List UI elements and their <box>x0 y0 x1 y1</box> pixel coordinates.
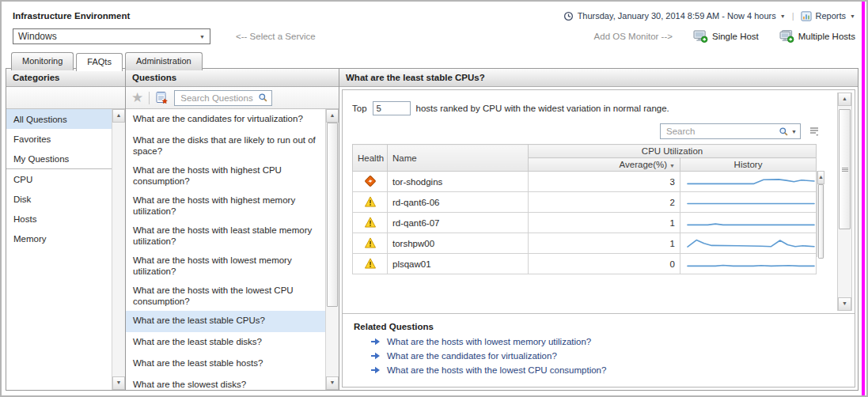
single-host-button[interactable]: Single Host <box>693 30 759 43</box>
questions-scrollbar[interactable]: ▲ ▼ <box>325 109 339 390</box>
table-search-input[interactable] <box>665 126 776 137</box>
faq-table-wrap: Health Name CPU Utilization Average(%)▼ … <box>352 144 820 274</box>
host-name-cell: rd-qant6-06 <box>388 192 529 213</box>
chevron-down-icon[interactable]: ▼ <box>791 129 797 134</box>
multiple-hosts-button[interactable]: Multiple Hosts <box>779 30 855 43</box>
table-row[interactable]: tor-shodgins3 <box>353 172 817 192</box>
related-question-link[interactable]: What are the hosts with lowest memory ut… <box>371 337 843 346</box>
top-bar: Infrastructure Environment Thursday, Jan… <box>2 2 866 49</box>
scroll-up-icon[interactable]: ▲ <box>326 109 339 123</box>
scroll-down-icon[interactable]: ▼ <box>326 376 339 390</box>
col-header-cpu-utilization: CPU Utilization <box>529 145 817 158</box>
question-item[interactable]: What are the least stable CPUs? <box>126 311 325 332</box>
arrow-right-icon <box>371 366 381 374</box>
tab-administration[interactable]: Administration <box>125 52 203 70</box>
scroll-up-icon[interactable]: ▲ <box>838 93 851 106</box>
timeframe-clock-icon <box>563 11 574 21</box>
col-header-history[interactable]: History <box>680 158 817 172</box>
tab-monitoring[interactable]: Monitoring <box>11 52 74 70</box>
search-icon[interactable] <box>258 93 268 103</box>
faq-title: What are the least stable CPUs? <box>339 69 858 87</box>
screen-edge-stripe <box>862 2 865 395</box>
app-window: Infrastructure Environment Thursday, Jan… <box>0 0 868 397</box>
favorite-star-icon[interactable]: ★ <box>131 92 143 104</box>
main-content: Categories All QuestionsFavoritesMy Ques… <box>6 68 859 391</box>
sort-desc-icon: ▼ <box>669 163 675 168</box>
faq-table: Health Name CPU Utilization Average(%)▼ … <box>352 144 817 274</box>
search-icon[interactable] <box>779 127 789 137</box>
average-cell: 2 <box>529 192 680 213</box>
question-item[interactable]: What are the hosts with highest CPU cons… <box>126 161 325 191</box>
related-question-link[interactable]: What are the hosts with the lowest CPU c… <box>371 365 843 375</box>
category-item[interactable]: CPU <box>6 168 112 189</box>
question-item[interactable]: What are the hosts with lowest memory ut… <box>126 251 325 281</box>
question-item[interactable]: What are the hosts with the lowest CPU c… <box>126 281 325 311</box>
scroll-up-icon[interactable]: ▲ <box>817 171 824 184</box>
table-scrollbar[interactable]: ▲ <box>817 171 824 257</box>
host-name-cell: rd-qant6-07 <box>388 213 529 233</box>
table-search[interactable]: ▼ <box>660 123 801 139</box>
question-item[interactable]: What are the disks that are likely to ru… <box>126 130 325 161</box>
toolbar-separator: | <box>792 11 794 21</box>
question-item[interactable]: What are the hosts with highest memory u… <box>126 191 325 221</box>
related-questions: Related Questions What are the hosts wit… <box>343 314 855 387</box>
related-question-link[interactable]: What are the candidates for virtualizati… <box>371 351 843 361</box>
col-header-name[interactable]: Name <box>388 145 529 172</box>
question-item[interactable]: What are the least stable disks? <box>126 332 325 354</box>
category-item[interactable]: Hosts <box>6 209 112 229</box>
category-item[interactable]: Memory <box>6 229 112 248</box>
scrollbar-thumb[interactable] <box>818 184 824 259</box>
warning-status-icon <box>364 217 377 228</box>
faq-panel-scrollbar[interactable]: ▲ ▼ <box>837 93 852 311</box>
col-header-health[interactable]: Health <box>353 145 388 172</box>
tab-faqts[interactable]: FAQts <box>76 53 123 71</box>
category-item[interactable]: Favorites <box>6 129 112 149</box>
table-row[interactable]: rd-qant6-071 <box>353 213 817 233</box>
scrollbar-thumb[interactable] <box>839 109 851 229</box>
table-row[interactable]: torshpw001 <box>353 233 817 254</box>
table-row[interactable]: rd-qant6-062 <box>353 192 817 213</box>
service-dropdown[interactable]: Windows ▼ <box>13 28 210 44</box>
categories-scrollbar[interactable]: ▲ ▼ <box>112 109 125 390</box>
questions-search[interactable] <box>174 90 272 106</box>
questions-panel: Questions ★ What are the candidates for … <box>126 69 339 390</box>
col-header-average[interactable]: Average(%)▼ <box>529 158 680 172</box>
history-cell <box>680 172 817 192</box>
faq-panel: What are the least stable CPUs? Top host… <box>339 69 858 390</box>
arrow-right-icon <box>371 352 381 360</box>
history-cell <box>680 233 817 254</box>
scroll-up-icon[interactable]: ▲ <box>112 109 125 123</box>
table-options-icon[interactable] <box>809 126 820 137</box>
related-questions-heading: Related Questions <box>354 322 843 331</box>
reports-menu[interactable]: Reports ▼ <box>801 11 855 21</box>
category-item[interactable]: All Questions <box>6 109 112 129</box>
single-host-icon <box>693 30 708 43</box>
question-item[interactable]: What are the least stable hosts? <box>126 354 325 375</box>
questions-header: Questions <box>126 69 339 87</box>
category-item[interactable]: My Questions <box>6 149 112 168</box>
scroll-down-icon[interactable]: ▼ <box>838 297 851 311</box>
question-item[interactable]: What are the slowest disks? <box>126 375 325 390</box>
timeframe-label: Thursday, January 30, 2014 8:59 AM - Now… <box>578 11 776 21</box>
chevron-down-icon: ▼ <box>850 13 855 19</box>
top-description: hosts ranked by CPU with the widest vari… <box>416 104 669 113</box>
multiple-hosts-label: Multiple Hosts <box>798 32 855 41</box>
scrollbar-thumb[interactable] <box>327 123 338 307</box>
timeframe-selector[interactable]: Thursday, January 30, 2014 8:59 AM - Now… <box>563 11 786 21</box>
category-item[interactable]: Disk <box>6 189 112 209</box>
service-dropdown-value: Windows <box>18 31 57 42</box>
warning-status-icon <box>364 196 377 207</box>
scroll-down-icon[interactable]: ▼ <box>112 376 125 390</box>
questions-search-input[interactable] <box>179 93 256 104</box>
cpu-history-sparkline <box>685 255 817 270</box>
warning-status-icon <box>364 258 377 269</box>
categories-list: All QuestionsFavoritesMy QuestionsCPUDis… <box>6 109 112 390</box>
host-name-cell: tor-shodgins <box>388 172 529 192</box>
add-os-monitor-hint: Add OS Monitor --> <box>594 32 673 41</box>
new-question-icon[interactable] <box>155 91 169 104</box>
host-name-cell: torshpw00 <box>388 233 529 254</box>
table-row[interactable]: plsqaw010 <box>353 254 817 274</box>
top-count-input[interactable] <box>373 101 411 115</box>
question-item[interactable]: What are the candidates for virtualizati… <box>126 109 325 130</box>
question-item[interactable]: What are the hosts with least stable mem… <box>126 221 325 251</box>
